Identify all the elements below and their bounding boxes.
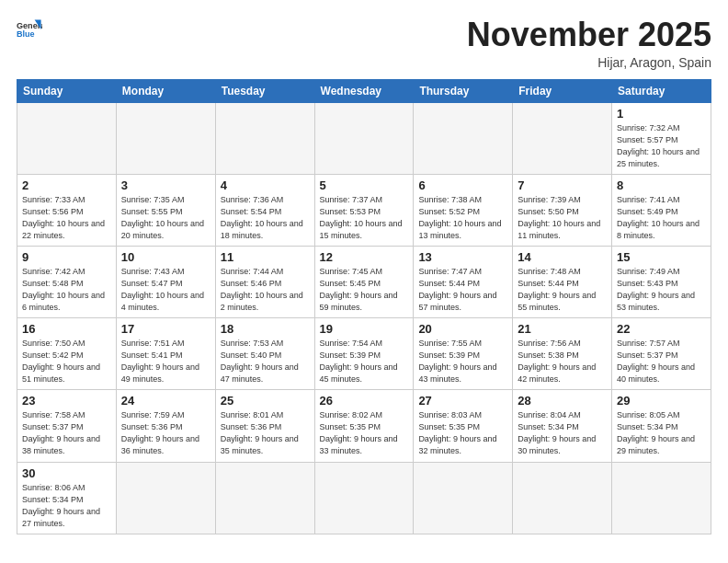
day-info: Sunrise: 8:03 AM Sunset: 5:35 PM Dayligh… bbox=[418, 409, 507, 457]
calendar-cell: 2Sunrise: 7:33 AM Sunset: 5:56 PM Daylig… bbox=[17, 174, 117, 246]
calendar-cell: 15Sunrise: 7:49 AM Sunset: 5:43 PM Dayli… bbox=[612, 246, 711, 317]
day-number: 2 bbox=[22, 178, 111, 192]
day-number: 7 bbox=[518, 178, 607, 192]
calendar-cell: 21Sunrise: 7:56 AM Sunset: 5:38 PM Dayli… bbox=[513, 318, 612, 390]
day-info: Sunrise: 7:36 AM Sunset: 5:54 PM Dayligh… bbox=[221, 194, 310, 242]
day-number: 20 bbox=[418, 322, 507, 336]
calendar-week-row: 9Sunrise: 7:42 AM Sunset: 5:48 PM Daylig… bbox=[17, 246, 711, 317]
svg-text:Blue: Blue bbox=[17, 29, 35, 39]
day-info: Sunrise: 7:58 AM Sunset: 5:37 PM Dayligh… bbox=[22, 409, 111, 457]
calendar-cell bbox=[116, 462, 215, 534]
day-number: 15 bbox=[617, 250, 706, 264]
calendar-cell: 24Sunrise: 7:59 AM Sunset: 5:36 PM Dayli… bbox=[116, 390, 215, 462]
day-number: 17 bbox=[121, 322, 210, 336]
calendar-week-row: 23Sunrise: 7:58 AM Sunset: 5:37 PM Dayli… bbox=[17, 390, 711, 462]
calendar-week-row: 1Sunrise: 7:32 AM Sunset: 5:57 PM Daylig… bbox=[17, 102, 711, 174]
day-info: Sunrise: 7:35 AM Sunset: 5:55 PM Dayligh… bbox=[121, 194, 210, 242]
header: General Blue November 2025 Hijar, Aragon… bbox=[17, 17, 711, 70]
day-info: Sunrise: 7:59 AM Sunset: 5:36 PM Dayligh… bbox=[121, 409, 210, 457]
calendar-cell: 26Sunrise: 8:02 AM Sunset: 5:35 PM Dayli… bbox=[314, 390, 414, 462]
calendar-cell bbox=[116, 102, 215, 174]
header-saturday: Saturday bbox=[612, 79, 711, 102]
day-info: Sunrise: 7:38 AM Sunset: 5:52 PM Dayligh… bbox=[418, 194, 507, 242]
calendar-cell: 14Sunrise: 7:48 AM Sunset: 5:44 PM Dayli… bbox=[513, 246, 612, 317]
calendar-cell bbox=[314, 102, 414, 174]
calendar-cell: 25Sunrise: 8:01 AM Sunset: 5:36 PM Dayli… bbox=[215, 390, 314, 462]
calendar-cell: 23Sunrise: 7:58 AM Sunset: 5:37 PM Dayli… bbox=[17, 390, 117, 462]
day-info: Sunrise: 7:53 AM Sunset: 5:40 PM Dayligh… bbox=[221, 338, 310, 385]
header-wednesday: Wednesday bbox=[314, 79, 414, 102]
calendar-cell bbox=[215, 102, 314, 174]
day-info: Sunrise: 7:48 AM Sunset: 5:44 PM Dayligh… bbox=[518, 266, 607, 314]
calendar-cell: 28Sunrise: 8:04 AM Sunset: 5:34 PM Dayli… bbox=[513, 390, 612, 462]
calendar-cell: 8Sunrise: 7:41 AM Sunset: 5:49 PM Daylig… bbox=[612, 174, 711, 246]
day-info: Sunrise: 8:06 AM Sunset: 5:34 PM Dayligh… bbox=[22, 482, 111, 530]
calendar-cell: 27Sunrise: 8:03 AM Sunset: 5:35 PM Dayli… bbox=[414, 390, 513, 462]
logo: General Blue bbox=[17, 17, 42, 42]
calendar-cell: 7Sunrise: 7:39 AM Sunset: 5:50 PM Daylig… bbox=[513, 174, 612, 246]
day-info: Sunrise: 7:55 AM Sunset: 5:39 PM Dayligh… bbox=[418, 338, 507, 385]
calendar-cell: 5Sunrise: 7:37 AM Sunset: 5:53 PM Daylig… bbox=[314, 174, 414, 246]
day-number: 14 bbox=[518, 250, 607, 264]
day-number: 4 bbox=[221, 178, 310, 192]
calendar-cell: 18Sunrise: 7:53 AM Sunset: 5:40 PM Dayli… bbox=[215, 318, 314, 390]
day-number: 30 bbox=[22, 466, 111, 480]
calendar-cell: 30Sunrise: 8:06 AM Sunset: 5:34 PM Dayli… bbox=[17, 462, 117, 534]
calendar-cell: 9Sunrise: 7:42 AM Sunset: 5:48 PM Daylig… bbox=[17, 246, 117, 317]
day-number: 9 bbox=[22, 250, 111, 264]
days-header-row: Sunday Monday Tuesday Wednesday Thursday… bbox=[17, 79, 711, 102]
calendar-cell: 11Sunrise: 7:44 AM Sunset: 5:46 PM Dayli… bbox=[215, 246, 314, 317]
header-tuesday: Tuesday bbox=[215, 79, 314, 102]
calendar-cell: 20Sunrise: 7:55 AM Sunset: 5:39 PM Dayli… bbox=[414, 318, 513, 390]
day-info: Sunrise: 8:05 AM Sunset: 5:34 PM Dayligh… bbox=[617, 409, 706, 457]
day-number: 11 bbox=[221, 250, 310, 264]
day-number: 28 bbox=[518, 394, 607, 408]
calendar-cell: 17Sunrise: 7:51 AM Sunset: 5:41 PM Dayli… bbox=[116, 318, 215, 390]
day-info: Sunrise: 7:44 AM Sunset: 5:46 PM Dayligh… bbox=[221, 266, 310, 314]
header-friday: Friday bbox=[513, 79, 612, 102]
calendar-cell: 4Sunrise: 7:36 AM Sunset: 5:54 PM Daylig… bbox=[215, 174, 314, 246]
day-info: Sunrise: 7:33 AM Sunset: 5:56 PM Dayligh… bbox=[22, 194, 111, 242]
day-number: 13 bbox=[418, 250, 507, 264]
day-info: Sunrise: 7:54 AM Sunset: 5:39 PM Dayligh… bbox=[320, 338, 409, 385]
day-info: Sunrise: 7:47 AM Sunset: 5:44 PM Dayligh… bbox=[418, 266, 507, 314]
logo-icon: General Blue bbox=[17, 17, 42, 42]
calendar-cell: 16Sunrise: 7:50 AM Sunset: 5:42 PM Dayli… bbox=[17, 318, 117, 390]
header-monday: Monday bbox=[116, 79, 215, 102]
day-info: Sunrise: 8:04 AM Sunset: 5:34 PM Dayligh… bbox=[518, 409, 607, 457]
day-number: 10 bbox=[121, 250, 210, 264]
calendar-cell bbox=[17, 102, 117, 174]
day-number: 24 bbox=[121, 394, 210, 408]
calendar-cell: 12Sunrise: 7:45 AM Sunset: 5:45 PM Dayli… bbox=[314, 246, 414, 317]
day-info: Sunrise: 7:39 AM Sunset: 5:50 PM Dayligh… bbox=[518, 194, 607, 242]
day-info: Sunrise: 7:42 AM Sunset: 5:48 PM Dayligh… bbox=[22, 266, 111, 314]
title-block: November 2025 Hijar, Aragon, Spain bbox=[467, 17, 711, 70]
day-number: 26 bbox=[320, 394, 409, 408]
day-info: Sunrise: 7:50 AM Sunset: 5:42 PM Dayligh… bbox=[22, 338, 111, 385]
day-info: Sunrise: 7:45 AM Sunset: 5:45 PM Dayligh… bbox=[320, 266, 409, 314]
day-number: 1 bbox=[617, 107, 706, 121]
calendar-cell bbox=[314, 462, 414, 534]
month-title: November 2025 bbox=[467, 17, 711, 53]
day-info: Sunrise: 7:49 AM Sunset: 5:43 PM Dayligh… bbox=[617, 266, 706, 314]
day-number: 27 bbox=[418, 394, 507, 408]
calendar-week-row: 2Sunrise: 7:33 AM Sunset: 5:56 PM Daylig… bbox=[17, 174, 711, 246]
calendar-cell bbox=[215, 462, 314, 534]
calendar-cell: 29Sunrise: 8:05 AM Sunset: 5:34 PM Dayli… bbox=[612, 390, 711, 462]
day-number: 25 bbox=[221, 394, 310, 408]
calendar-cell: 1Sunrise: 7:32 AM Sunset: 5:57 PM Daylig… bbox=[612, 102, 711, 174]
calendar-cell bbox=[414, 462, 513, 534]
calendar-cell: 6Sunrise: 7:38 AM Sunset: 5:52 PM Daylig… bbox=[414, 174, 513, 246]
day-number: 18 bbox=[221, 322, 310, 336]
day-number: 19 bbox=[320, 322, 409, 336]
day-info: Sunrise: 7:43 AM Sunset: 5:47 PM Dayligh… bbox=[121, 266, 210, 314]
day-number: 3 bbox=[121, 178, 210, 192]
calendar-week-row: 30Sunrise: 8:06 AM Sunset: 5:34 PM Dayli… bbox=[17, 462, 711, 534]
day-info: Sunrise: 7:32 AM Sunset: 5:57 PM Dayligh… bbox=[617, 122, 706, 170]
page: General Blue November 2025 Hijar, Aragon… bbox=[0, 0, 728, 563]
day-info: Sunrise: 7:56 AM Sunset: 5:38 PM Dayligh… bbox=[518, 338, 607, 385]
day-info: Sunrise: 7:37 AM Sunset: 5:53 PM Dayligh… bbox=[320, 194, 409, 242]
day-number: 12 bbox=[320, 250, 409, 264]
day-info: Sunrise: 7:41 AM Sunset: 5:49 PM Dayligh… bbox=[617, 194, 706, 242]
day-info: Sunrise: 8:01 AM Sunset: 5:36 PM Dayligh… bbox=[221, 409, 310, 457]
